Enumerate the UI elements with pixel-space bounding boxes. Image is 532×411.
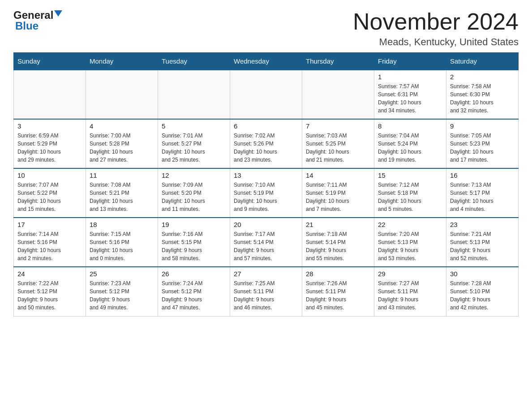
day-info: Sunrise: 7:23 AMSunset: 5:12 PMDaylight:… — [90, 279, 154, 312]
day-info: Sunrise: 7:58 AMSunset: 6:30 PMDaylight:… — [450, 82, 515, 115]
calendar-cell: 22Sunrise: 7:20 AMSunset: 5:13 PMDayligh… — [374, 218, 446, 267]
calendar-cell: 2Sunrise: 7:58 AMSunset: 6:30 PMDaylight… — [446, 70, 519, 119]
title-section: November 2024 Meads, Kentucky, United St… — [353, 9, 519, 48]
day-of-week-header: Monday — [86, 53, 158, 70]
day-info: Sunrise: 7:10 AMSunset: 5:19 PMDaylight:… — [234, 181, 298, 213]
calendar-cell: 27Sunrise: 7:25 AMSunset: 5:11 PMDayligh… — [230, 267, 302, 316]
calendar-cell: 7Sunrise: 7:03 AMSunset: 5:25 PMDaylight… — [302, 119, 374, 168]
day-number: 12 — [162, 171, 226, 179]
calendar-cell: 25Sunrise: 7:23 AMSunset: 5:12 PMDayligh… — [86, 267, 158, 316]
day-info: Sunrise: 7:12 AMSunset: 5:18 PMDaylight:… — [378, 181, 442, 213]
day-number: 3 — [17, 122, 82, 130]
calendar-cell: 3Sunrise: 6:59 AMSunset: 5:29 PMDaylight… — [14, 119, 86, 168]
day-info: Sunrise: 7:08 AMSunset: 5:21 PMDaylight:… — [90, 181, 154, 213]
day-of-week-header: Tuesday — [158, 53, 230, 70]
calendar-header-row: SundayMondayTuesdayWednesdayThursdayFrid… — [14, 53, 519, 70]
day-of-week-header: Friday — [374, 53, 446, 70]
day-info: Sunrise: 7:20 AMSunset: 5:13 PMDaylight:… — [378, 230, 442, 262]
day-number: 2 — [450, 73, 515, 81]
day-of-week-header: Wednesday — [230, 53, 302, 70]
calendar-cell — [230, 70, 302, 119]
day-info: Sunrise: 7:07 AMSunset: 5:22 PMDaylight:… — [17, 181, 82, 213]
day-number: 23 — [450, 221, 515, 228]
day-info: Sunrise: 7:00 AMSunset: 5:28 PMDaylight:… — [90, 132, 154, 164]
day-info: Sunrise: 7:15 AMSunset: 5:16 PMDaylight:… — [90, 230, 154, 262]
day-info: Sunrise: 7:57 AMSunset: 6:31 PMDaylight:… — [378, 82, 442, 115]
calendar-week-row: 3Sunrise: 6:59 AMSunset: 5:29 PMDaylight… — [14, 119, 519, 168]
calendar-week-row: 24Sunrise: 7:22 AMSunset: 5:12 PMDayligh… — [14, 267, 519, 316]
day-info: Sunrise: 7:11 AMSunset: 5:19 PMDaylight:… — [306, 181, 370, 213]
day-number: 7 — [306, 122, 370, 130]
day-info: Sunrise: 7:26 AMSunset: 5:11 PMDaylight:… — [306, 279, 370, 312]
day-number: 1 — [378, 73, 442, 81]
day-number: 27 — [234, 270, 298, 278]
calendar-cell — [158, 70, 230, 119]
calendar-week-row: 10Sunrise: 7:07 AMSunset: 5:22 PMDayligh… — [14, 168, 519, 218]
logo: General Blue — [13, 9, 62, 32]
calendar-cell: 29Sunrise: 7:27 AMSunset: 5:11 PMDayligh… — [374, 267, 446, 316]
day-info: Sunrise: 7:01 AMSunset: 5:27 PMDaylight:… — [162, 132, 226, 164]
day-number: 29 — [378, 270, 442, 278]
day-number: 16 — [450, 171, 515, 179]
day-info: Sunrise: 7:04 AMSunset: 5:24 PMDaylight:… — [378, 132, 442, 164]
day-info: Sunrise: 7:02 AMSunset: 5:26 PMDaylight:… — [234, 132, 298, 164]
day-of-week-header: Sunday — [14, 53, 86, 70]
day-number: 13 — [234, 171, 298, 179]
day-info: Sunrise: 7:03 AMSunset: 5:25 PMDaylight:… — [306, 132, 370, 164]
calendar-cell: 19Sunrise: 7:16 AMSunset: 5:15 PMDayligh… — [158, 218, 230, 267]
calendar-cell: 14Sunrise: 7:11 AMSunset: 5:19 PMDayligh… — [302, 168, 374, 218]
day-number: 10 — [17, 171, 82, 179]
calendar-cell: 5Sunrise: 7:01 AMSunset: 5:27 PMDaylight… — [158, 119, 230, 168]
day-number: 28 — [306, 270, 370, 278]
calendar-cell: 4Sunrise: 7:00 AMSunset: 5:28 PMDaylight… — [86, 119, 158, 168]
main-title: November 2024 — [353, 9, 519, 34]
calendar-cell — [14, 70, 86, 119]
page-header: General Blue November 2024 Meads, Kentuc… — [13, 9, 519, 48]
day-number: 25 — [90, 270, 154, 278]
calendar-cell: 26Sunrise: 7:24 AMSunset: 5:12 PMDayligh… — [158, 267, 230, 316]
calendar-table: SundayMondayTuesdayWednesdayThursdayFrid… — [13, 52, 519, 317]
calendar-cell: 17Sunrise: 7:14 AMSunset: 5:16 PMDayligh… — [14, 218, 86, 267]
calendar-cell: 12Sunrise: 7:09 AMSunset: 5:20 PMDayligh… — [158, 168, 230, 218]
calendar-cell: 15Sunrise: 7:12 AMSunset: 5:18 PMDayligh… — [374, 168, 446, 218]
calendar-cell — [86, 70, 158, 119]
calendar-cell: 18Sunrise: 7:15 AMSunset: 5:16 PMDayligh… — [86, 218, 158, 267]
calendar-week-row: 17Sunrise: 7:14 AMSunset: 5:16 PMDayligh… — [14, 218, 519, 267]
day-number: 30 — [450, 270, 515, 278]
calendar-cell: 30Sunrise: 7:28 AMSunset: 5:10 PMDayligh… — [446, 267, 519, 316]
day-of-week-header: Thursday — [302, 53, 374, 70]
day-number: 15 — [378, 171, 442, 179]
day-info: Sunrise: 7:27 AMSunset: 5:11 PMDaylight:… — [378, 279, 442, 312]
day-info: Sunrise: 6:59 AMSunset: 5:29 PMDaylight:… — [17, 132, 82, 164]
day-info: Sunrise: 7:16 AMSunset: 5:15 PMDaylight:… — [162, 230, 226, 262]
day-info: Sunrise: 7:22 AMSunset: 5:12 PMDaylight:… — [17, 279, 82, 312]
day-number: 21 — [306, 221, 370, 228]
calendar-cell: 24Sunrise: 7:22 AMSunset: 5:12 PMDayligh… — [14, 267, 86, 316]
day-number: 8 — [378, 122, 442, 130]
calendar-cell: 10Sunrise: 7:07 AMSunset: 5:22 PMDayligh… — [14, 168, 86, 218]
day-info: Sunrise: 7:05 AMSunset: 5:23 PMDaylight:… — [450, 132, 515, 164]
day-info: Sunrise: 7:21 AMSunset: 5:13 PMDaylight:… — [450, 230, 515, 262]
day-info: Sunrise: 7:17 AMSunset: 5:14 PMDaylight:… — [234, 230, 298, 262]
day-number: 14 — [306, 171, 370, 179]
day-info: Sunrise: 7:09 AMSunset: 5:20 PMDaylight:… — [162, 181, 226, 213]
calendar-cell: 13Sunrise: 7:10 AMSunset: 5:19 PMDayligh… — [230, 168, 302, 218]
day-info: Sunrise: 7:14 AMSunset: 5:16 PMDaylight:… — [17, 230, 82, 262]
calendar-cell: 20Sunrise: 7:17 AMSunset: 5:14 PMDayligh… — [230, 218, 302, 267]
logo-blue-text: Blue — [15, 20, 39, 32]
day-number: 5 — [162, 122, 226, 130]
day-number: 20 — [234, 221, 298, 228]
day-info: Sunrise: 7:28 AMSunset: 5:10 PMDaylight:… — [450, 279, 515, 312]
day-number: 17 — [17, 221, 82, 228]
calendar-cell: 1Sunrise: 7:57 AMSunset: 6:31 PMDaylight… — [374, 70, 446, 119]
day-number: 18 — [90, 221, 154, 228]
day-number: 24 — [17, 270, 82, 278]
calendar-cell: 28Sunrise: 7:26 AMSunset: 5:11 PMDayligh… — [302, 267, 374, 316]
calendar-cell: 21Sunrise: 7:18 AMSunset: 5:14 PMDayligh… — [302, 218, 374, 267]
day-info: Sunrise: 7:18 AMSunset: 5:14 PMDaylight:… — [306, 230, 370, 262]
day-number: 9 — [450, 122, 515, 130]
day-info: Sunrise: 7:13 AMSunset: 5:17 PMDaylight:… — [450, 181, 515, 213]
day-number: 11 — [90, 171, 154, 179]
calendar-week-row: 1Sunrise: 7:57 AMSunset: 6:31 PMDaylight… — [14, 70, 519, 119]
calendar-cell: 11Sunrise: 7:08 AMSunset: 5:21 PMDayligh… — [86, 168, 158, 218]
